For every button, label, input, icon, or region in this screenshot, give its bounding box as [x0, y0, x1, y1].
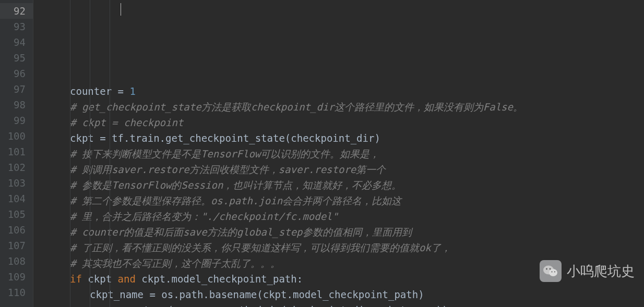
code-line[interactable]: # counter的值是和后面save方法的global_step参数的值相同，… — [33, 224, 644, 240]
code-line[interactable]: # ckpt = checkpoint — [33, 115, 644, 130]
code-line[interactable]: # 则调用saver.restore方法回收模型文件，saver.restore… — [33, 162, 644, 177]
code-area[interactable]: counter = 1# get_checkpoint_state方法是获取ch… — [33, 0, 644, 307]
token-number: 1 — [129, 85, 135, 97]
line-number: 104 — [0, 191, 33, 206]
token-comment: # 接下来判断模型文件是不是TensorFlow可以识别的文件。如果是， — [70, 148, 379, 159]
token-ident: ckpt — [70, 132, 100, 144]
token-op: , — [371, 304, 383, 307]
code-line[interactable]: # 参数是TensorFlow的Session，也叫计算节点，知道就好，不必多想… — [33, 177, 644, 193]
line-number: 101 — [0, 144, 33, 159]
line-number: 107 — [0, 238, 33, 253]
line-number: 97 — [0, 81, 33, 97]
token-op: , — [197, 304, 209, 307]
code-line[interactable]: ckpt_name = os.path.basename(ckpt.model_… — [33, 287, 644, 302]
code-line[interactable]: counter = 1 — [33, 83, 644, 99]
token-ident: ckpt_name)) — [383, 304, 448, 307]
code-line[interactable]: # 第二个参数是模型保存路径。os.path.join会合并两个路径名，比如这 — [33, 193, 644, 208]
token-op: = — [118, 85, 130, 97]
line-number: 100 — [0, 128, 33, 144]
token-comment: # 其实我也不会写正则，这个圈子太乱了。。。 — [70, 257, 280, 269]
token-ident: os.path.basename(ckpt.model_checkpoint_p… — [161, 289, 424, 300]
line-number: 92 — [0, 3, 33, 19]
token-comment: # 了正则，看不懂正则的没关系，你只要知道这样写，可以得到我们需要的值就ok了， — [70, 242, 451, 253]
token-comment: # counter的值是和后面save方法的global_step参数的值相同，… — [70, 226, 412, 238]
line-number: 108 — [0, 253, 33, 269]
code-line[interactable]: if ckpt and ckpt.model_checkpoint_path: — [33, 271, 644, 287]
line-number: 96 — [0, 66, 33, 81]
token-op: = — [149, 289, 161, 300]
code-line[interactable]: # 里，合并之后路径名变为："./checkpoint/fc.model" — [33, 208, 644, 224]
line-number: 94 — [0, 34, 33, 50]
code-line[interactable]: # get_checkpoint_state方法是获取checkpoint_di… — [33, 99, 644, 115]
token-keyword: and — [118, 273, 142, 285]
code-line[interactable]: # 了正则，看不懂正则的没关系，你只要知道这样写，可以得到我们需要的值就ok了， — [33, 240, 644, 255]
code-line[interactable]: ckpt = tf.train.get_checkpoint_state(che… — [33, 130, 644, 146]
line-number: 99 — [0, 113, 33, 128]
token-ident: counter — [70, 85, 118, 97]
line-number: 103 — [0, 175, 33, 191]
line-number: 110 — [0, 285, 33, 300]
token-comment: # 则调用saver.restore方法回收模型文件，saver.restore… — [70, 164, 386, 175]
current-line-highlight — [33, 3, 644, 19]
token-comment: # ckpt = checkpoint — [70, 117, 183, 128]
line-number: 109 — [0, 269, 33, 285]
line-number: 95 — [0, 50, 33, 66]
token-ident: saver.restore(sess — [90, 304, 197, 307]
line-number: 98 — [0, 97, 33, 113]
line-number-gutter: 9293949596979899100101102103104105106107… — [0, 0, 33, 307]
token-ident: os.path.join(checkpoint_dir — [209, 304, 371, 307]
code-line[interactable]: # 接下来判断模型文件是不是TensorFlow可以识别的文件。如果是， — [33, 146, 644, 162]
token-ident: ckpt — [88, 273, 117, 285]
token-comment: # 参数是TensorFlow的Session，也叫计算节点，知道就好，不必多想… — [70, 179, 401, 191]
code-line[interactable]: # 其实我也不会写正则，这个圈子太乱了。。。 — [33, 255, 644, 271]
text-caret — [121, 3, 121, 16]
code-line[interactable]: saver.restore(sess, os.path.join(checkpo… — [33, 302, 644, 307]
token-ident: tf.train.get_checkpoint_state(checkpoint… — [112, 132, 380, 144]
token-keyword: if — [70, 273, 88, 285]
line-number: 105 — [0, 206, 33, 222]
token-ident: ckpt_name — [90, 289, 149, 300]
token-comment: # 里，合并之后路径名变为："./checkpoint/fc.model" — [70, 211, 338, 222]
line-number: 93 — [0, 19, 33, 34]
token-op: = — [100, 132, 112, 144]
line-number: 106 — [0, 222, 33, 238]
line-number: 102 — [0, 159, 33, 175]
token-comment: # get_checkpoint_state方法是获取checkpoint_di… — [70, 101, 523, 113]
token-ident: ckpt.model_checkpoint_path: — [141, 273, 303, 285]
token-comment: # 第二个参数是模型保存路径。os.path.join会合并两个路径名，比如这 — [70, 195, 401, 206]
code-editor[interactable]: 9293949596979899100101102103104105106107… — [0, 0, 644, 307]
